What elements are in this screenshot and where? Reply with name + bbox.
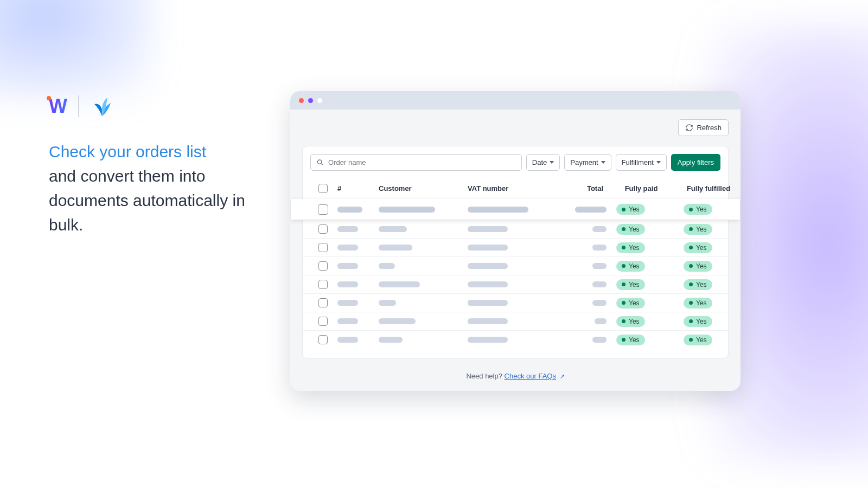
cell-customer (379, 318, 416, 324)
table-row[interactable]: YesYes (303, 238, 728, 256)
close-dot-icon[interactable] (299, 98, 304, 103)
headline-blue: Check your orders list (49, 143, 206, 160)
chevron-down-icon (550, 161, 554, 164)
cell-num (337, 281, 358, 287)
cell-customer (379, 337, 403, 343)
cell-total (592, 300, 607, 306)
refresh-icon (685, 124, 693, 132)
search-input[interactable] (328, 158, 516, 166)
fulfilled-badge: Yes (684, 279, 712, 290)
cell-customer (379, 207, 435, 213)
help-footer: Need help? Check our FAQs ↗ (290, 359, 741, 391)
row-checkbox[interactable] (318, 280, 328, 289)
paid-badge: Yes (616, 316, 645, 327)
cell-total (592, 245, 607, 251)
paid-badge: Yes (616, 298, 645, 309)
row-checkbox[interactable] (318, 335, 328, 344)
cell-vat (468, 337, 508, 343)
bg-gradient-top-left (0, 0, 152, 98)
fulfilled-badge: Yes (684, 335, 712, 345)
row-checkbox[interactable] (318, 261, 328, 271)
row-checkbox[interactable] (318, 224, 328, 234)
col-paid: Fully paid (609, 184, 674, 192)
cell-customer (379, 281, 420, 287)
row-checkbox[interactable] (318, 298, 328, 307)
search-wrapper[interactable] (310, 154, 522, 171)
cell-total (592, 226, 607, 232)
col-num: # (337, 184, 376, 192)
col-fulfilled: Fully fulfilled (676, 184, 741, 192)
filter-payment[interactable]: Payment (564, 154, 611, 171)
table-row[interactable]: YesYes (303, 312, 728, 330)
paid-badge: Yes (616, 242, 645, 253)
select-all-checkbox[interactable] (318, 184, 328, 193)
apply-filters-button[interactable]: Apply filters (671, 154, 720, 171)
fulfilled-badge: Yes (684, 242, 712, 253)
cell-num (337, 207, 362, 213)
cell-vat (468, 318, 508, 324)
help-prefix: Need help? (466, 372, 504, 380)
filter-date[interactable]: Date (526, 154, 560, 171)
fulfilled-badge: Yes (684, 224, 712, 235)
cell-customer (379, 226, 407, 232)
paid-badge: Yes (616, 279, 645, 290)
chevron-down-icon (601, 161, 605, 164)
cell-num (337, 300, 358, 306)
chevron-down-icon (656, 161, 661, 164)
fulfilled-badge: Yes (684, 316, 712, 327)
logo-partner (90, 95, 114, 117)
cell-num (337, 263, 358, 269)
headline: Check your orders list and convert them … (49, 139, 277, 237)
logo-weo: W (49, 95, 67, 118)
row-checkbox[interactable] (318, 243, 328, 252)
cell-total (575, 207, 607, 213)
refresh-label: Refresh (697, 124, 722, 132)
table-header: # Customer VAT number Total Fully paid F… (303, 177, 728, 199)
refresh-button[interactable]: Refresh (678, 119, 729, 136)
table-row[interactable]: YesYes (291, 199, 740, 220)
orders-card: Date Payment Fulfillment Apply filters #… (302, 146, 729, 359)
cell-vat (468, 263, 508, 269)
row-checkbox[interactable] (318, 204, 328, 215)
top-toolbar: Refresh (290, 110, 741, 136)
col-customer: Customer (379, 184, 465, 192)
paid-badge: Yes (616, 224, 645, 235)
headline-rest: and convert them into documents automati… (49, 167, 245, 234)
cell-total (592, 281, 607, 287)
svg-point-0 (317, 160, 322, 164)
cell-vat (468, 245, 508, 251)
row-checkbox[interactable] (318, 317, 328, 326)
paid-badge: Yes (616, 261, 645, 272)
paid-badge: Yes (616, 204, 645, 215)
cell-total (595, 318, 607, 324)
maximize-dot-icon[interactable] (317, 98, 322, 103)
logo-divider (78, 95, 79, 117)
logo-row: W (49, 95, 277, 118)
external-link-icon: ↗ (560, 373, 565, 380)
table-row[interactable]: YesYes (303, 220, 728, 238)
promo-pane: W Check your orders list and convert the… (49, 95, 277, 237)
filter-bar: Date Payment Fulfillment Apply filters (303, 146, 728, 177)
table-row[interactable]: YesYes (303, 330, 728, 349)
col-total: Total (557, 184, 607, 192)
cell-vat (468, 281, 508, 287)
app-window: Refresh Date Payment Fulfillment Apply f… (290, 91, 741, 391)
fulfilled-badge: Yes (684, 204, 712, 215)
faq-link[interactable]: Check our FAQs (505, 372, 556, 380)
table-row[interactable]: YesYes (303, 256, 728, 275)
cell-num (337, 226, 358, 232)
window-titlebar (290, 91, 741, 110)
cell-customer (379, 263, 395, 269)
cell-num (337, 337, 358, 343)
cell-num (337, 245, 358, 251)
filter-fulfillment[interactable]: Fulfillment (616, 154, 667, 171)
table-row[interactable]: YesYes (303, 293, 728, 312)
fulfilled-badge: Yes (684, 261, 712, 272)
cell-customer (379, 245, 412, 251)
minimize-dot-icon[interactable] (308, 98, 313, 103)
cell-vat (468, 207, 528, 213)
table-row[interactable]: YesYes (303, 275, 728, 293)
cell-total (592, 263, 607, 269)
col-vat: VAT number (468, 184, 554, 192)
fulfilled-badge: Yes (684, 298, 712, 309)
